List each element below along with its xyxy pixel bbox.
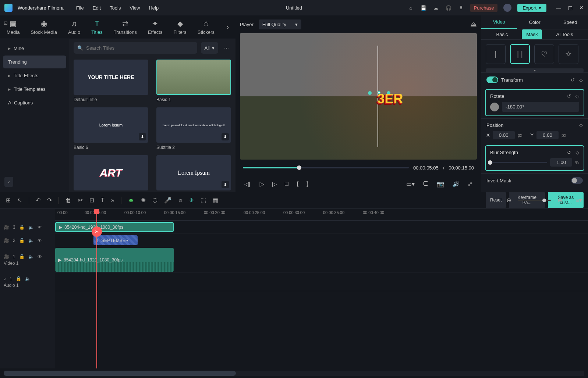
quality-dropdown[interactable]: Full Quality▾ bbox=[259, 19, 301, 29]
position-y-input[interactable] bbox=[536, 131, 559, 139]
tab-titles[interactable]: TTitles bbox=[91, 19, 103, 35]
reset-icon[interactable]: ↺ bbox=[571, 77, 575, 83]
blur-value-input[interactable] bbox=[550, 158, 572, 167]
clip-green[interactable]: ▶854204-hd_1920_1080_30fps bbox=[55, 222, 174, 232]
transform-toggle[interactable] bbox=[486, 76, 498, 83]
volume-button[interactable]: 🔊 bbox=[452, 181, 460, 188]
apps-icon[interactable]: ⠿ bbox=[458, 4, 464, 11]
color-button[interactable]: ✺ bbox=[141, 197, 146, 204]
timeline-tracks[interactable]: 00:00 00:00:05:00 00:00:10:00 00:00:15:0… bbox=[55, 209, 588, 368]
tab-video[interactable]: Video bbox=[481, 15, 517, 29]
blur-slider[interactable] bbox=[490, 162, 547, 163]
display-button[interactable]: 🖵 bbox=[423, 181, 429, 187]
mute-icon[interactable]: 🔈 bbox=[28, 238, 34, 243]
menu-help[interactable]: Help bbox=[149, 5, 159, 11]
title-thumb-subtitle2[interactable]: Lorem ipsum dolor sit amet, consectetur … bbox=[156, 107, 231, 150]
pointer-icon[interactable]: ↖ bbox=[17, 197, 22, 204]
reset-icon[interactable]: ↺ bbox=[567, 150, 571, 155]
snapshot-mode-icon[interactable]: ⛰ bbox=[470, 21, 477, 28]
title-thumb-basic1[interactable]: Basic 1 bbox=[156, 60, 231, 102]
lock-icon[interactable]: 🔓 bbox=[19, 254, 25, 259]
expand-shapes-button[interactable]: ▾ bbox=[486, 68, 584, 72]
sidebar-item-title-templates[interactable]: ▶Title Templates bbox=[3, 83, 66, 96]
save-icon[interactable]: 💾 bbox=[420, 4, 427, 11]
reset-icon[interactable]: ↺ bbox=[567, 93, 571, 99]
video-preview[interactable]: 3ER bbox=[240, 33, 477, 160]
tab-stock-media[interactable]: ◉Stock Media bbox=[31, 19, 57, 35]
adjustment-button[interactable]: ▦ bbox=[213, 197, 218, 204]
seek-thumb[interactable] bbox=[297, 165, 301, 170]
tab-effects[interactable]: ✦Effects bbox=[148, 19, 163, 35]
zoom-out-button[interactable]: ⊖ bbox=[506, 197, 511, 204]
rotate-knob[interactable] bbox=[490, 103, 499, 111]
record-button[interactable]: ⬚ bbox=[201, 197, 206, 204]
track-lane-1[interactable]: ▶854204-hd_1920_1080_30fps bbox=[55, 247, 588, 273]
visibility-icon[interactable]: 👁 bbox=[38, 238, 42, 243]
tab-speed[interactable]: Speed bbox=[552, 16, 588, 29]
rotate-value-input[interactable] bbox=[502, 102, 579, 112]
minimize-button[interactable]: — bbox=[556, 5, 561, 11]
download-icon[interactable]: ⬇ bbox=[222, 181, 229, 188]
snapshot-button[interactable]: 📷 bbox=[437, 181, 444, 188]
mute-icon[interactable]: 🔈 bbox=[28, 254, 34, 259]
menu-tools[interactable]: Tools bbox=[110, 5, 121, 11]
position-x-input[interactable] bbox=[493, 131, 515, 139]
layout-icon[interactable]: ⊞ bbox=[6, 197, 11, 204]
sidebar-item-mine[interactable]: ▶Mine bbox=[3, 42, 66, 55]
title-thumb-lorem[interactable]: Lorem Ipsum⬇ bbox=[156, 155, 231, 190]
tabs-scroll-right[interactable]: › bbox=[227, 23, 229, 31]
lock-icon[interactable]: 🔓 bbox=[19, 225, 25, 230]
visibility-icon[interactable]: 👁 bbox=[38, 225, 42, 230]
crop-button[interactable]: ⊡ bbox=[89, 197, 94, 204]
play-button[interactable]: ▷ bbox=[272, 181, 277, 188]
zoom-slider[interactable] bbox=[518, 200, 551, 201]
download-icon[interactable]: ⬇ bbox=[222, 133, 229, 140]
clip-title[interactable]: TSEPTEMBER bbox=[93, 235, 138, 245]
mask-shape-star[interactable]: ☆ bbox=[559, 44, 578, 64]
close-button[interactable]: ✕ bbox=[579, 5, 584, 11]
search-titles[interactable]: 🔍 bbox=[74, 42, 197, 54]
text-button[interactable]: T bbox=[101, 197, 105, 204]
mask-shape-double-line[interactable]: | | bbox=[510, 44, 530, 64]
user-avatar[interactable] bbox=[503, 4, 511, 12]
title-thumb-basic6[interactable]: Lorem ipsum⬇ Basic 6 bbox=[74, 107, 148, 150]
title-overlay-text[interactable]: 3ER bbox=[378, 91, 403, 107]
more-options-button[interactable]: ⋯ bbox=[222, 45, 231, 51]
visibility-icon[interactable]: 👁 bbox=[38, 254, 42, 259]
keyframe-icon[interactable]: ◇ bbox=[579, 77, 583, 83]
fullscreen-button[interactable]: ⤢ bbox=[468, 181, 472, 188]
sidebar-collapse-button[interactable]: ‹ bbox=[4, 177, 13, 187]
device-icon[interactable]: ⌂ bbox=[408, 4, 414, 11]
split-button[interactable]: ✂ bbox=[78, 197, 83, 204]
clip-video[interactable]: ▶854204-hd_1920_1080_30fps bbox=[55, 248, 174, 272]
subtab-basic[interactable]: Basic bbox=[492, 29, 513, 39]
mark-in-button[interactable]: { bbox=[297, 181, 298, 187]
keyframe-icon[interactable]: ◇ bbox=[575, 150, 579, 155]
title-thumb-default[interactable]: YOUR TITLE HERE Default Title bbox=[74, 60, 148, 102]
search-input[interactable] bbox=[86, 45, 194, 51]
scissors-icon[interactable]: ✂ bbox=[92, 227, 102, 237]
export-button[interactable]: Export▾ bbox=[517, 4, 546, 12]
time-ruler[interactable]: 00:00 00:00:05:00 00:00:10:00 00:00:15:0… bbox=[55, 209, 588, 221]
lock-icon[interactable]: 🔓 bbox=[19, 238, 25, 243]
download-icon[interactable]: ⬇ bbox=[139, 133, 146, 140]
cloud-icon[interactable]: ☁ bbox=[433, 4, 439, 11]
invert-mask-toggle[interactable] bbox=[571, 177, 583, 184]
zoom-in-button[interactable]: ⊕ bbox=[557, 197, 562, 204]
scrollbar-thumb[interactable] bbox=[4, 371, 236, 376]
mask-shape-heart[interactable]: ♡ bbox=[534, 44, 554, 64]
render-button[interactable]: ✳ bbox=[189, 197, 194, 204]
tab-filters[interactable]: ◆Filters bbox=[173, 19, 186, 35]
mute-icon[interactable]: 🔈 bbox=[25, 276, 31, 281]
seek-bar[interactable] bbox=[243, 167, 409, 168]
title-thumb-art[interactable]: ART bbox=[74, 155, 148, 190]
delete-button[interactable]: 🗑 bbox=[65, 197, 71, 204]
next-frame-button[interactable]: |▷ bbox=[258, 181, 264, 188]
menu-view[interactable]: View bbox=[130, 5, 140, 11]
subtab-ai-tools[interactable]: AI Tools bbox=[552, 29, 577, 39]
tab-color[interactable]: Color bbox=[517, 16, 553, 29]
keyframe-icon[interactable]: ◇ bbox=[579, 122, 583, 128]
redo-button[interactable]: ↷ bbox=[47, 197, 52, 204]
sidebar-item-title-effects[interactable]: ▶Title Effects bbox=[3, 69, 66, 82]
track-lane-audio1[interactable] bbox=[55, 273, 588, 291]
